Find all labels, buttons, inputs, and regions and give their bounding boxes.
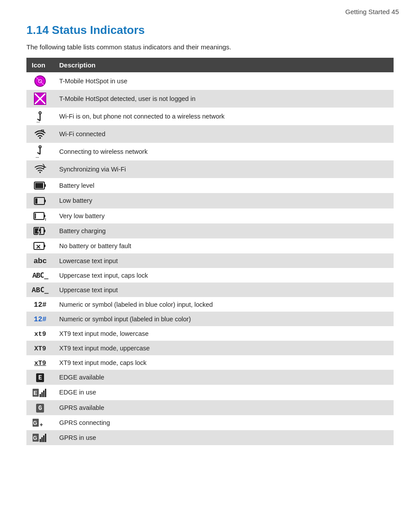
description-cell: Synchronizing via Wi-Fi [54, 160, 394, 178]
svg-point-10 [39, 112, 41, 114]
status-indicators-table: Icon Description T-Mobile HotSpot in use… [26, 58, 394, 445]
col-icon: Icon [26, 58, 54, 72]
table-row: Synchronizing via Wi-Fi [26, 160, 394, 178]
description-cell: Connecting to wireless network [54, 143, 394, 160]
table-row: G + GPRS connecting [26, 415, 394, 430]
svg-rect-45 [40, 439, 41, 442]
description-cell: Low battery [54, 193, 394, 208]
svg-text:...: ... [36, 154, 39, 158]
description-cell: XT9 text input mode, uppercase [54, 341, 394, 355]
description-cell: T-Mobile HotSpot detected, user is not l… [54, 90, 394, 108]
svg-rect-22 [35, 198, 37, 204]
icon-cell: G + [26, 415, 54, 430]
icon-cell: xt9 [26, 326, 54, 341]
table-row: E EDGE in use [26, 385, 394, 400]
icon-cell: abc [26, 253, 54, 268]
svg-rect-37 [41, 392, 43, 397]
svg-rect-20 [44, 184, 46, 187]
svg-rect-46 [41, 437, 43, 442]
icon-cell [26, 178, 54, 193]
icon-cell: 12# [26, 297, 54, 312]
svg-rect-19 [35, 183, 43, 188]
table-row: 12#Numeric or symbol (labeled in blue co… [26, 297, 394, 312]
table-row: xT9XT9 text input mode, uppercase [26, 341, 394, 355]
icon-cell: ... [26, 108, 54, 125]
description-cell: Battery level [54, 178, 394, 193]
table-row: abcLowercase text input [26, 253, 394, 268]
table-row: ABC̲Uppercase text input [26, 283, 394, 297]
svg-text:G: G [33, 420, 37, 426]
description-cell: GPRS in use [54, 430, 394, 445]
svg-rect-23 [44, 200, 46, 202]
icon-cell [26, 160, 54, 178]
icon-cell: ABC̲ [26, 283, 54, 297]
svg-rect-47 [43, 435, 44, 442]
description-cell: EDGE available [54, 370, 394, 385]
icon-cell: 12# [26, 312, 54, 326]
table-row: xt9XT9 text input mode, lowercase [26, 326, 394, 341]
table-row: G GPRS in use [26, 430, 394, 445]
table-row: T-Mobile HotSpot detected, user is not l… [26, 90, 394, 108]
svg-rect-39 [45, 389, 46, 397]
svg-rect-25 [35, 213, 36, 219]
svg-text:+: + [40, 421, 43, 428]
table-row: ABC̲Uppercase text input, caps lock [26, 268, 394, 283]
table-row: T-Mobile HotSpot in use [26, 72, 394, 90]
table-row: ... Connecting to wireless network [26, 143, 394, 160]
description-cell: Battery charging [54, 223, 394, 238]
icon-cell [26, 90, 54, 108]
icon-cell: ... [26, 143, 54, 160]
svg-text:G: G [33, 435, 37, 441]
icon-cell: E [26, 370, 54, 385]
table-row: Wi-Fi connected [26, 125, 394, 143]
description-cell: Wi-Fi is on, but phone not connected to … [54, 108, 394, 125]
table-row: GGPRS available [26, 400, 394, 415]
table-row: ✕ No battery or battery fault [26, 238, 394, 253]
icon-cell: xT9 [26, 341, 54, 355]
table-header-row: Icon Description [26, 58, 394, 72]
intro-text: The following table lists common status … [26, 43, 394, 51]
description-cell: Numeric or symbol input (labeled in blue… [54, 312, 394, 326]
header-text: Getting Started 45 [345, 8, 399, 15]
content-area: 1.14 Status Indicators The following tab… [0, 19, 420, 463]
icon-cell: ! [26, 208, 54, 223]
svg-point-15 [39, 146, 41, 148]
svg-rect-38 [43, 391, 44, 397]
description-cell: Lowercase text input [54, 253, 394, 268]
page-header: Getting Started 45 [0, 0, 420, 19]
description-cell: Very low battery [54, 208, 394, 223]
table-row: Battery charging [26, 223, 394, 238]
table-row: xT9XT9 text input mode, caps lock [26, 355, 394, 370]
icon-cell: E [26, 385, 54, 400]
table-row: 12#Numeric or symbol input (labeled in b… [26, 312, 394, 326]
description-cell: GPRS connecting [54, 415, 394, 430]
svg-text:✕: ✕ [36, 243, 41, 250]
svg-rect-32 [44, 245, 45, 247]
svg-text:!: ! [45, 217, 46, 221]
description-cell: Wi-Fi connected [54, 125, 394, 143]
svg-point-17 [39, 171, 41, 173]
svg-text:E: E [33, 390, 37, 396]
table-row: Low battery [26, 193, 394, 208]
icon-cell [26, 72, 54, 90]
table-row: Battery level [26, 178, 394, 193]
icon-cell: ABC̲ [26, 268, 54, 283]
svg-rect-36 [40, 394, 41, 397]
table-row: ! Very low battery [26, 208, 394, 223]
icon-cell [26, 223, 54, 238]
description-cell: EDGE in use [54, 385, 394, 400]
icon-cell: ✕ [26, 238, 54, 253]
icon-cell [26, 193, 54, 208]
svg-point-12 [39, 137, 41, 139]
svg-text:...: ... [37, 119, 40, 123]
description-cell: Uppercase text input [54, 283, 394, 297]
description-cell: GPRS available [54, 400, 394, 415]
icon-cell: xT9 [26, 355, 54, 370]
description-cell: T-Mobile HotSpot in use [54, 72, 394, 90]
table-row: EEDGE available [26, 370, 394, 385]
description-cell: XT9 text input mode, lowercase [54, 326, 394, 341]
description-cell: XT9 text input mode, caps lock [54, 355, 394, 370]
col-description: Description [54, 58, 394, 72]
icon-cell: G [26, 400, 54, 415]
table-row: ... Wi-Fi is on, but phone not connected… [26, 108, 394, 125]
